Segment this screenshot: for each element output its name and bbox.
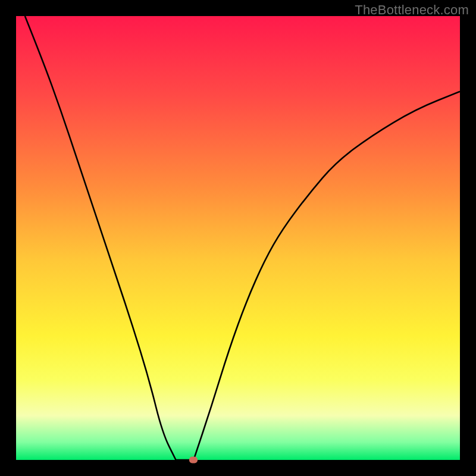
- curve-layer: [16, 16, 460, 460]
- chart-frame: TheBottleneck.com: [0, 0, 476, 476]
- bottleneck-curve: [25, 16, 460, 460]
- plot-area: [16, 16, 460, 460]
- optimal-marker: [189, 457, 198, 464]
